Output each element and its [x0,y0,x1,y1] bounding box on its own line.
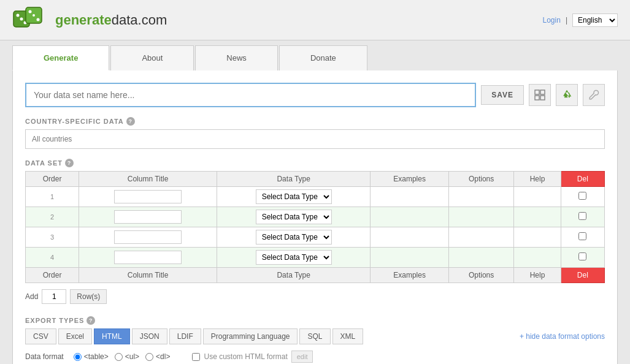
row-help-2 [514,207,561,227]
content-area: SAVE [12,70,618,364]
row-options-4 [448,248,514,268]
dataset-help-icon[interactable]: ? [65,159,74,167]
dataset-name-row: SAVE [25,83,605,107]
row-del-checkbox-4[interactable] [578,252,586,260]
format-dl-label: <dl> [156,352,170,361]
data-type-select-3[interactable]: Select Data Type NamesEmailPhoneAddressD… [256,230,332,245]
column-title-input-2[interactable] [114,210,182,224]
export-tab-excel[interactable]: Excel [58,328,92,344]
login-link[interactable]: Login [543,16,561,25]
table-body: 1 Select Data Type NamesEmailPhoneAddres… [26,187,605,268]
recycle-icon-btn[interactable] [556,84,578,106]
data-type-select-2[interactable]: Select Data Type NamesEmailPhoneAddressD… [256,210,332,224]
wrench-icon-btn[interactable] [583,84,605,106]
svg-point-6 [37,18,40,21]
dataset-section: DATA SET ? Order Column Title Data Type … [25,159,605,304]
hide-format-link[interactable]: + hide data format options [520,332,605,341]
svg-point-5 [29,10,32,13]
th-help: Help [514,172,561,187]
tf-examples: Examples [371,268,448,283]
row-del-checkbox-2[interactable] [578,212,586,220]
th-data-type: Data Type [217,172,370,187]
data-format-label: Data format [25,352,64,361]
export-help-icon[interactable]: ? [86,316,95,325]
logo-generate: generate [55,12,112,28]
format-ul-radio[interactable] [115,353,123,361]
th-column-title: Column Title [79,172,217,187]
tf-del: Del [561,268,604,283]
tf-help: Help [514,268,561,283]
country-input[interactable] [25,129,605,149]
export-tab-html[interactable]: HTML [94,328,130,344]
country-section: COUNTRY-SPECIFIC DATA ? [25,117,605,149]
custom-html-checkbox[interactable] [192,353,200,361]
export-tab-sql[interactable]: SQL [299,328,330,344]
tab-about[interactable]: About [110,45,194,70]
row-del-4 [561,248,604,268]
tf-data-type: Data Type [217,268,370,283]
data-type-select-4[interactable]: Select Data Type NamesEmailPhoneAddressD… [256,250,332,265]
nav-tabs: Generate About News Donate [0,40,630,70]
data-type-select-1[interactable]: Select Data Type NamesEmailPhoneAddressD… [256,189,332,204]
tf-options: Options [448,268,514,283]
row-del-checkbox-3[interactable] [578,232,586,240]
logo-data: data [112,12,138,28]
table-row: 3 Select Data Type NamesEmailPhoneAddres… [26,227,605,248]
add-rows-section: Add Row(s) [25,289,605,304]
format-table-radio[interactable] [74,353,82,361]
row-help-3 [514,227,561,248]
format-table-option[interactable]: <table> [74,352,109,361]
table-row: 4 Select Data Type NamesEmailPhoneAddres… [26,248,605,268]
format-dl-radio[interactable] [145,353,153,361]
export-label: EXPORT TYPES ? [25,316,605,325]
export-tab-programming[interactable]: Programming Language [203,328,298,344]
export-tabs: CSV Excel HTML JSON LDIF Programming Lan… [25,328,605,344]
row-examples-3 [371,227,448,248]
export-tab-ldif[interactable]: LDIF [169,328,201,344]
column-title-input-1[interactable] [114,190,182,203]
add-num-input[interactable] [42,289,66,304]
row-del-3 [561,227,604,248]
export-tab-xml[interactable]: XML [332,328,364,344]
row-order-2: 2 [26,207,79,227]
recycle-icon [561,89,573,101]
export-section: EXPORT TYPES ? CSV Excel HTML JSON LDIF … [25,316,605,363]
format-dl-option[interactable]: <dl> [145,352,170,361]
row-options-3 [448,227,514,248]
tf-order: Order [26,268,79,283]
export-tab-csv[interactable]: CSV [25,328,56,344]
row-help-4 [514,248,561,268]
language-selector[interactable]: English French German Spanish [572,13,618,27]
svg-rect-8 [535,90,539,94]
svg-rect-9 [540,90,545,94]
tf-column-title: Column Title [79,268,217,283]
column-title-input-4[interactable] [114,251,182,264]
tab-generate[interactable]: Generate [12,45,109,70]
row-del-checkbox-1[interactable] [578,192,586,200]
edit-button[interactable]: edit [291,351,313,363]
grid-icon [534,89,545,100]
grid-icon-btn[interactable] [529,84,551,106]
dataset-name-input[interactable] [25,83,476,107]
main-container: Generate About News Donate SAVE [0,40,630,364]
tab-donate[interactable]: Donate [279,45,367,70]
table-row: 2 Select Data Type NamesEmailPhoneAddres… [26,207,605,227]
row-order-3: 3 [26,227,79,248]
row-title-3 [79,227,217,248]
save-button[interactable]: SAVE [481,85,524,105]
column-title-input-3[interactable] [114,230,182,244]
row-del-2 [561,207,604,227]
export-tab-json[interactable]: JSON [132,328,167,344]
svg-point-2 [20,18,23,21]
row-type-4: Select Data Type NamesEmailPhoneAddressD… [217,248,370,268]
add-rows-button[interactable]: Row(s) [70,289,107,304]
country-help-icon[interactable]: ? [126,117,135,126]
dataset-label: DATA SET ? [25,159,605,167]
format-table-label: <table> [84,352,109,361]
format-ul-option[interactable]: <ul> [115,352,139,361]
tab-news[interactable]: News [195,45,278,70]
wrench-icon [588,89,599,100]
data-table: Order Column Title Data Type Examples Op… [25,171,605,283]
country-wrapper [25,129,605,149]
row-del-1 [561,187,604,207]
